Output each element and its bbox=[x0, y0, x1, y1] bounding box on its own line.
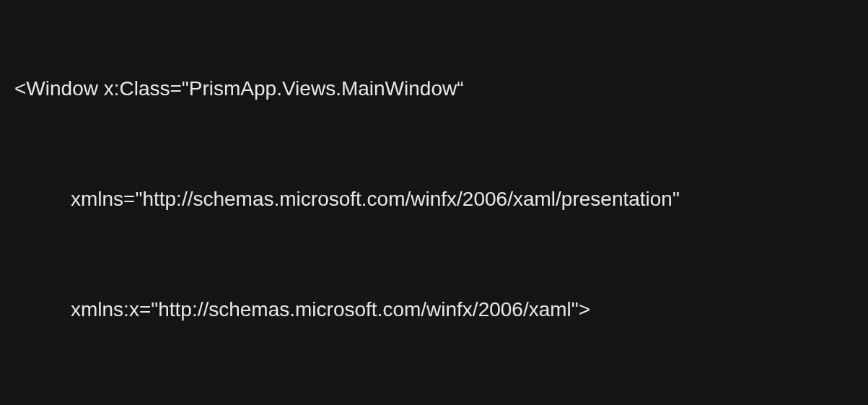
code-line-1: <Window x:Class="PrismApp.Views.MainWind… bbox=[14, 76, 854, 102]
code-line-2: xmlns="http://schemas.microsoft.com/winf… bbox=[14, 186, 854, 212]
code-block: <Window x:Class="PrismApp.Views.MainWind… bbox=[14, 23, 854, 405]
code-line-3: xmlns:x="http://schemas.microsoft.com/wi… bbox=[14, 297, 854, 323]
